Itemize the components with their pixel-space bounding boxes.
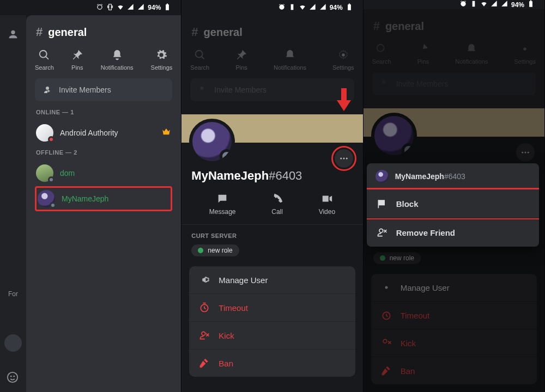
pins-label: Pins	[71, 64, 83, 71]
alarm-icon	[96, 3, 104, 13]
member-name: MyNameJeph	[62, 194, 108, 203]
call-action[interactable]: Call	[271, 193, 283, 216]
user-profile-sheet: MyNameJeph#6403 Message Call Video CURT …	[181, 143, 362, 392]
battery-icon	[527, 0, 535, 9]
role-dot-icon	[198, 248, 203, 253]
svg-point-8	[346, 158, 347, 160]
svg-point-16	[528, 152, 529, 154]
member-name: Android Authority	[60, 128, 118, 137]
context-menu-header: MyNameJeph#6403	[367, 163, 539, 189]
svg-point-7	[343, 158, 344, 160]
battery-percent: 94%	[511, 1, 524, 9]
more-options-button[interactable]	[335, 149, 353, 168]
channel-header: # general	[26, 15, 181, 42]
battery-percent: 94%	[330, 4, 343, 11]
status-bar: 94%	[0, 0, 181, 15]
svg-point-11	[377, 45, 384, 52]
settings-action[interactable]: Settings	[151, 49, 173, 71]
member-android-authority[interactable]: Android Authority	[35, 120, 172, 146]
self-avatar[interactable]	[4, 334, 22, 352]
screenshot-3: 94% #general Search Pins Notifications S…	[364, 0, 545, 392]
ctx-tag: #6403	[444, 172, 465, 181]
owner-crown-icon	[161, 127, 171, 139]
svg-point-1	[10, 376, 12, 377]
manage-user-item[interactable]: Manage User	[189, 266, 355, 293]
communication-row: Message Call Video	[181, 187, 362, 225]
block-label: Block	[396, 199, 419, 209]
signal-icon	[309, 3, 317, 13]
status-bar: 94%	[181, 0, 362, 15]
wifi-icon	[480, 0, 488, 9]
vibrate-icon	[288, 3, 296, 13]
more-options-button[interactable]	[516, 143, 535, 162]
wifi-icon	[299, 3, 306, 13]
user-context-menu: MyNameJeph#6403 Block Remove Friend	[367, 163, 539, 247]
channel-name: general	[48, 26, 87, 39]
signal-icon-2	[319, 3, 327, 13]
remove-friend-label: Remove Friend	[396, 228, 455, 237]
notifications-label: Notifications	[101, 64, 134, 71]
profile-avatar[interactable]	[189, 119, 235, 164]
alarm-icon	[278, 3, 286, 13]
settings-label: Settings	[151, 64, 173, 71]
ban-item[interactable]: Ban	[189, 349, 355, 377]
invite-members-button[interactable]: Invite Members	[35, 78, 172, 101]
svg-point-12	[523, 47, 526, 51]
hash-icon: #	[36, 25, 43, 39]
vibrate-icon	[470, 0, 477, 9]
screenshot-2: 94% #general Search Pins Notifications S…	[181, 0, 363, 392]
svg-point-14	[522, 152, 523, 154]
svg-point-17	[385, 286, 387, 289]
member-name: dom	[60, 169, 75, 177]
block-item[interactable]: Block	[367, 188, 539, 219]
member-dom[interactable]: dom	[35, 160, 172, 186]
user-tag: #6403	[269, 169, 302, 182]
username: MyNameJeph	[191, 169, 269, 182]
svg-point-2	[13, 376, 15, 377]
channel-name: general	[204, 26, 243, 39]
rail-for-label: For	[0, 290, 26, 298]
notifications-action[interactable]: Notifications	[101, 49, 134, 71]
channel-actions: Search Pins Notifications Settings	[26, 42, 181, 78]
role-pill[interactable]: new role	[191, 244, 239, 256]
message-action[interactable]: Message	[209, 193, 236, 216]
emoji-icon[interactable]	[7, 371, 19, 385]
signal-icon	[491, 0, 498, 9]
search-action[interactable]: Search	[35, 49, 54, 71]
role-name: new role	[208, 247, 232, 254]
ctx-username: MyNameJeph	[395, 172, 444, 181]
vibrate-icon	[106, 3, 114, 13]
avatar-small	[376, 170, 389, 183]
svg-point-19	[383, 339, 387, 343]
members-icon[interactable]	[7, 28, 19, 42]
battery-icon	[164, 3, 171, 13]
svg-point-4	[342, 53, 345, 57]
remove-friend-item[interactable]: Remove Friend	[367, 218, 539, 247]
signal-icon-2	[137, 3, 145, 13]
server-section: CURT SERVER new role	[181, 225, 362, 259]
battery-icon	[346, 3, 353, 13]
admin-actions-card: Manage User Timeout Kick Ban	[189, 266, 355, 377]
svg-point-5	[201, 87, 204, 90]
svg-point-6	[340, 158, 342, 160]
signal-icon	[127, 3, 135, 13]
signal-icon-2	[501, 0, 508, 9]
pins-action[interactable]: Pins	[71, 49, 83, 71]
svg-point-0	[8, 372, 17, 382]
member-mynamejeph[interactable]: MyNameJeph	[35, 186, 172, 211]
wifi-icon	[117, 3, 124, 13]
battery-percent: 94%	[148, 4, 161, 11]
svg-point-15	[524, 152, 526, 154]
timeout-item[interactable]: Timeout	[189, 293, 355, 321]
members-panel: # general Search Pins Notifications Sett…	[26, 15, 181, 392]
server-rail: For	[0, 15, 26, 392]
svg-point-3	[196, 51, 203, 58]
kick-item[interactable]: Kick	[189, 321, 355, 349]
status-bar: 94%	[364, 0, 544, 9]
screenshot-1: 94% For # general Search Pins Notificati…	[0, 0, 181, 392]
video-action[interactable]: Video	[319, 193, 335, 216]
tutorial-arrow-icon	[336, 88, 352, 111]
alarm-icon	[459, 0, 467, 9]
offline-section: OFFLINE — 2	[36, 149, 172, 156]
server-label: CURT SERVER	[191, 232, 353, 239]
